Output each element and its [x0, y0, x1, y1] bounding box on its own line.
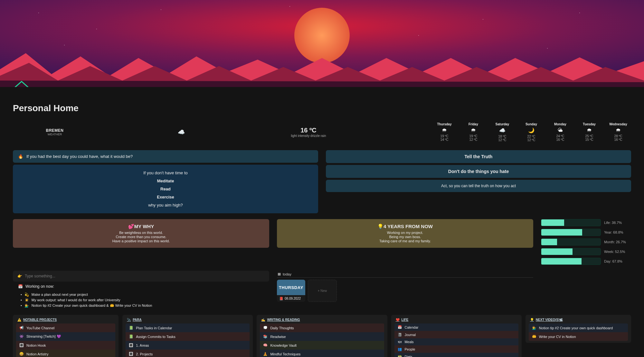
list-item[interactable]: 🔳1. Areas — [126, 341, 250, 350]
list-item[interactable]: 🔳2. Projects — [126, 350, 250, 357]
card-header[interactable]: ✍️WRITING & READING — [260, 318, 384, 323]
principle-1[interactable]: Tell the Truth — [326, 150, 631, 163]
writing-icon: ✍️ — [261, 318, 265, 322]
list-item[interactable]: 📅Calendar — [394, 323, 518, 331]
svg-point-1 — [38, 13, 39, 13]
bullet-item[interactable]: •👩‍🎓My work output: what I would do for … — [21, 297, 261, 303]
para-card: 📎PARA 📗Plan Tasks in Calendar 📗Assign Co… — [122, 315, 253, 357]
svg-point-6 — [579, 13, 580, 13]
four-years-panel[interactable]: 💡4 YEARS FROM NOW Working on my project.… — [277, 219, 533, 248]
list-item[interactable]: 📚Readwise — [260, 332, 384, 341]
today-view-tab[interactable]: ▦ today — [277, 271, 533, 278]
list-item[interactable]: 👥People — [394, 345, 518, 353]
forecast-day: Sunday🌙22 ºC12 ºC — [522, 122, 541, 142]
time-block-callout[interactable]: If you don't have time to Meditate Read … — [13, 165, 318, 213]
bullet-list: •💫Make a plan about next year project •👩… — [13, 291, 269, 309]
forecast-day: Thursday🌧19 ºC14 ºC — [435, 122, 454, 142]
card-header[interactable]: ❤️LIFE — [394, 318, 518, 323]
bullet-item[interactable]: •💁‍♂️Notion tip #2 Create your own quick… — [21, 303, 261, 308]
card-header[interactable]: ⚠️NOTABLE PROJECTS — [16, 318, 115, 323]
forecast-day: Tuesday🌧25 ºC15 ºC — [580, 122, 599, 142]
pointer-icon: 👉 — [17, 274, 22, 278]
paperclip-icon: 📎 — [127, 318, 131, 322]
quick-input[interactable]: 👉 Type something... — [13, 271, 269, 282]
next-videos-card: 💡NEXT VIDEO(S)📽 💁‍♂️Notion tip #2 Create… — [526, 315, 631, 343]
principle-3[interactable]: Act, so you can tell the truth on how yo… — [326, 180, 631, 192]
svg-point-8 — [64, 45, 65, 45]
svg-point-10 — [294, 8, 350, 63]
weather-widget: BREMEN WEATHER ☁️ 16 ºC light intensity … — [13, 120, 631, 144]
list-item[interactable]: 📗Plan Tasks in Calendar — [126, 323, 250, 332]
page-icon[interactable] — [13, 79, 30, 87]
journal-prompt-text: If you had the best day you could have, … — [26, 154, 133, 159]
forecast-day: Saturday☁️18 ºC12 ºC — [493, 122, 512, 142]
progress-week: Week: 52.5% — [541, 248, 631, 255]
list-item[interactable]: 🥗Diets — [394, 353, 518, 357]
list-item[interactable]: 😀Notion Artistry — [16, 350, 115, 357]
card-header[interactable]: 📎PARA — [126, 318, 250, 323]
bulb-icon: 💡 — [530, 318, 534, 322]
quick-input-placeholder: Type something... — [25, 274, 55, 278]
gallery-icon: ▦ — [278, 272, 281, 276]
svg-point-2 — [96, 29, 97, 29]
svg-point-7 — [547, 48, 548, 49]
list-item[interactable]: 📓Journal — [394, 331, 518, 338]
progress-day: Day: 67.8% — [541, 258, 631, 265]
today-card[interactable]: THURSDAY 📕08.09.2022 — [277, 280, 305, 302]
notable-projects-card: ⚠️NOTABLE PROJECTS 📢YouTube Channel 👾Str… — [13, 315, 118, 357]
forecast-day: Friday🌧19 ºC12 ºC — [464, 122, 483, 142]
cover-image — [0, 0, 644, 87]
heart-icon: ❤️ — [396, 318, 400, 322]
list-item[interactable]: 🍽Meals — [394, 338, 518, 345]
fire-icon: 🔥 — [18, 154, 23, 159]
new-card-button[interactable]: + New — [308, 280, 337, 302]
forecast-day: Monday🌥24 ºC16 ºC — [551, 122, 570, 142]
forecast-day: Wednesday🌧28 ºC16 ºC — [609, 122, 628, 142]
svg-point-3 — [161, 9, 161, 10]
book-icon: 📕 — [279, 297, 283, 300]
weather-now: 16 ºC light intensity drizzle rain — [267, 127, 350, 138]
writing-reading-card: ✍️WRITING & READING 💭Daily Thoughts 📚Rea… — [257, 315, 387, 357]
list-item[interactable]: 📗Assign Commits to Tasks — [126, 332, 250, 341]
my-why-panel[interactable]: 💕MY WHY Be weightless on this world. Cre… — [13, 219, 269, 248]
svg-point-4 — [289, 6, 290, 7]
list-item[interactable]: 💭Daily Thoughts — [260, 323, 384, 332]
bullet-item[interactable]: •💫Make a plan about next year project — [21, 292, 261, 297]
card-header[interactable]: 💡NEXT VIDEO(S)📽 — [529, 318, 628, 323]
progress-widget: Life: 38.7% Year: 68.8% Month: 26.7% Wee… — [541, 219, 631, 265]
page-title[interactable]: Personal Home — [13, 103, 631, 113]
svg-point-9 — [418, 35, 419, 36]
journal-prompt-callout[interactable]: 🔥 If you had the best day you could have… — [13, 150, 318, 163]
life-card: ❤️LIFE 📅Calendar 📓Journal 🍽Meals 👥People… — [391, 315, 522, 357]
list-item[interactable]: 🧘Mindful Techniques — [260, 350, 384, 357]
list-item[interactable]: 💁‍♂️Notion tip #2 Create your own quick … — [529, 323, 628, 332]
list-item[interactable]: 👾Streaming [Twitch] 💜 — [16, 332, 115, 341]
progress-year: Year: 68.8% — [541, 229, 631, 236]
principle-2[interactable]: Don't do the things you hate — [326, 165, 631, 178]
weather-now-icon: ☁️ — [178, 129, 182, 136]
list-item[interactable]: 🔳Notion Hook — [16, 341, 115, 350]
weather-forecast: Thursday🌧19 ºC14 ºC Friday🌧19 ºC12 ºC Sa… — [435, 122, 628, 142]
calendar-icon: 📅 — [18, 284, 23, 289]
list-item[interactable]: 🧠Knowledge Vault — [260, 341, 384, 350]
working-on-header[interactable]: 📅 Working on now: — [13, 282, 269, 291]
warning-icon: ⚠️ — [17, 318, 21, 322]
weather-city: BREMEN WEATHER — [16, 128, 93, 136]
list-item[interactable]: 📢YouTube Channel — [16, 323, 115, 332]
svg-point-5 — [483, 19, 483, 20]
progress-life: Life: 38.7% — [541, 219, 631, 226]
progress-month: Month: 26.7% — [541, 238, 631, 246]
list-item[interactable]: 🤲Write your CV in Notion — [529, 332, 628, 341]
